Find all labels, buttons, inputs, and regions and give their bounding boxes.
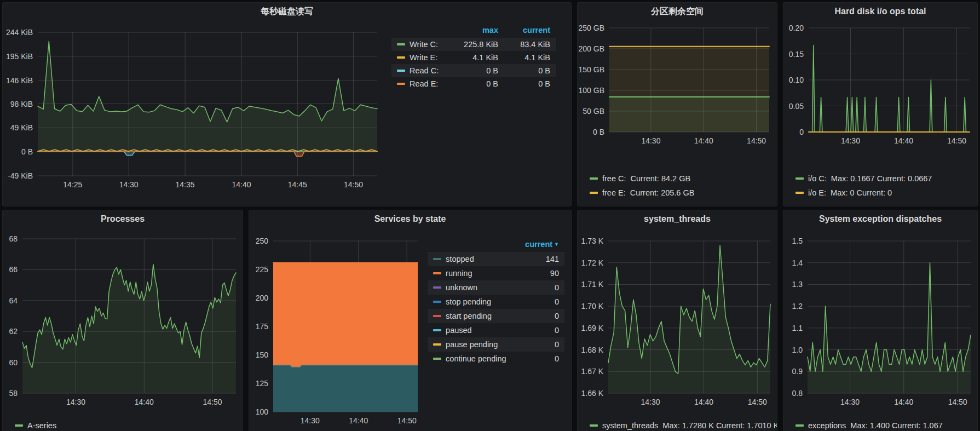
exceptions-chart[interactable]: 14:3014:4014:501.51.41.31.21.11.00.90.8 (783, 227, 977, 417)
legend-row[interactable]: unknown0 (428, 280, 564, 295)
legend-item[interactable]: free E:Current: 205.6 GB (590, 186, 777, 200)
legend-row[interactable]: paused0 (428, 323, 564, 337)
legend-value: 0 B (504, 77, 556, 90)
svg-text:0.05: 0.05 (789, 102, 804, 111)
series-swatch-icon (590, 192, 598, 194)
series-label: A-series (27, 421, 56, 430)
svg-text:14:30: 14:30 (119, 180, 139, 189)
legend-row[interactable]: start pending0 (428, 309, 564, 323)
panel-title[interactable]: Services by state (249, 210, 571, 227)
legend-row[interactable]: stop pending0 (428, 295, 564, 309)
svg-text:200: 200 (256, 294, 269, 302)
legend-item[interactable]: i/o C:Max: 0.1667 Current: 0.0667 (795, 171, 977, 186)
panel-body: 14:3014:4014:50250225200175150125100 cur… (249, 227, 571, 431)
svg-text:100: 100 (256, 407, 269, 416)
svg-text:14:35: 14:35 (176, 180, 195, 189)
panel-title[interactable]: 分区剩余空间 (578, 3, 777, 19)
exceptions-legend: exceptionsMax: 1.400 Current: 1.067 (795, 418, 977, 431)
svg-text:1.73 K: 1.73 K (581, 237, 604, 245)
sort-caret-icon: ▼ (554, 242, 559, 247)
series-label: unknown (446, 283, 477, 292)
legend-row[interactable]: Write E:4.1 KiB4.1 KiB (391, 51, 556, 64)
dashboard-row-bottom: Processes 14:3014:4014:50686664626058 A-… (2, 210, 978, 431)
disk-rw-chart[interactable]: 14:2514:3014:3514:4014:4514:50244 KiB195… (3, 19, 386, 201)
series-swatch-icon (433, 329, 441, 331)
legend-row[interactable]: pause pending0 (428, 337, 564, 352)
grafana-dashboard: 每秒磁盘读写 14:2514:3014:3514:4014:4514:50244… (0, 0, 980, 431)
legend-item[interactable]: system_threadsMax: 1.7280 K Current: 1.7… (590, 418, 777, 431)
svg-text:14:50: 14:50 (748, 398, 767, 406)
legend-row[interactable]: Read C:0 B0 B (391, 64, 556, 77)
svg-text:14:30: 14:30 (840, 398, 860, 406)
svg-text:125: 125 (256, 379, 269, 388)
series-label: system_threads (602, 421, 658, 430)
svg-text:14:50: 14:50 (948, 398, 967, 406)
svg-text:150 GB: 150 GB (579, 65, 604, 74)
legend-item[interactable]: exceptionsMax: 1.400 Current: 1.067 (795, 418, 977, 431)
panel-title[interactable]: Hard disk i/o ops total (783, 3, 977, 19)
series-swatch-icon (590, 424, 598, 427)
svg-text:250 GB: 250 GB (579, 24, 604, 32)
series-swatch-icon (433, 358, 441, 360)
series-line-exceptions (808, 263, 971, 372)
system-threads-chart[interactable]: 14:3014:4014:501.73 K1.72 K1.71 K1.70 K1… (578, 227, 777, 417)
svg-text:14:50: 14:50 (397, 416, 417, 425)
panel-title[interactable]: 每秒磁盘读写 (3, 3, 571, 19)
panel-title[interactable]: system_threads (578, 210, 777, 227)
legend-row[interactable]: Read E:0 B0 B (391, 77, 556, 90)
series-line-read_e (38, 152, 377, 156)
svg-text:1.3: 1.3 (792, 280, 803, 289)
legend-row[interactable]: running90 (428, 266, 564, 280)
legend-item[interactable]: free C:Current: 84.2 GB (590, 171, 777, 186)
svg-text:60: 60 (9, 358, 18, 367)
legend-value: 141 (520, 252, 564, 266)
svg-text:14:50: 14:50 (747, 136, 766, 145)
processes-chart[interactable]: 14:3014:4014:50686664626058 (3, 227, 243, 417)
panel-title[interactable]: Processes (3, 210, 243, 227)
svg-text:14:30: 14:30 (841, 136, 860, 145)
svg-text:49 KiB: 49 KiB (10, 123, 33, 132)
svg-text:1.2: 1.2 (792, 302, 803, 311)
legend-value: 0 (520, 295, 564, 309)
series-fill-read_c (38, 152, 377, 155)
partition-free-legend: free C:Current: 84.2 GBfree E:Current: 2… (590, 171, 777, 200)
series-label: exceptions (808, 421, 846, 430)
legend-value: 0 B (504, 64, 556, 77)
svg-text:1.0: 1.0 (792, 346, 803, 354)
legend-value: 225.8 KiB (452, 38, 504, 51)
series-fill-read_e (38, 152, 377, 156)
panel-processes: Processes 14:3014:4014:50686664626058 A-… (2, 210, 243, 431)
panel-services-by-state: Services by state 14:3014:4014:502502252… (249, 210, 572, 431)
series-stats: Current: 84.2 GB (631, 174, 691, 183)
series-swatch-icon (795, 424, 804, 427)
legend-value: 0 B (452, 64, 504, 77)
svg-text:1.72 K: 1.72 K (581, 258, 604, 267)
legend-row[interactable]: stopped141 (428, 252, 564, 266)
legend-item[interactable]: A-series (15, 418, 243, 431)
io-ops-chart[interactable]: 14:3014:4014:500.200.150.100.050 (783, 19, 977, 151)
series-stats: Current: 205.6 GB (630, 188, 695, 197)
series-label: i/o C: (808, 174, 827, 183)
legend-value: 0 (520, 352, 564, 366)
legend-row[interactable]: Write C:225.8 KiB83.4 KiB (391, 38, 556, 51)
svg-text:14:40: 14:40 (349, 416, 368, 425)
svg-text:14:50: 14:50 (947, 136, 966, 145)
series-label: Write C: (410, 40, 438, 49)
series-label: stopped (446, 255, 474, 263)
legend-column-current[interactable]: current▼ (520, 239, 564, 252)
svg-text:14:40: 14:40 (694, 136, 713, 145)
panel-partition-free: 分区剩余空间 14:3014:4014:50250 GB200 GB150 GB… (577, 2, 777, 206)
series-fill-system_threads (608, 245, 770, 393)
services-chart[interactable]: 14:3014:4014:50250225200175150125100 (249, 227, 422, 431)
legend-column-max[interactable]: max (452, 25, 504, 38)
svg-text:1.69 K: 1.69 K (581, 324, 604, 332)
legend-item[interactable]: i/o E:Max: 0 Current: 0 (795, 186, 977, 200)
partition-free-chart[interactable]: 14:3014:4014:50250 GB200 GB150 GB100 GB5… (578, 19, 777, 151)
panel-title[interactable]: System exception dispatches (783, 210, 977, 227)
svg-text:0.9: 0.9 (792, 367, 803, 376)
series-label: start pending (446, 312, 492, 320)
legend-column-current[interactable]: current (504, 25, 556, 38)
series-swatch-icon (433, 315, 441, 317)
series-stats: Max: 0.1667 Current: 0.0667 (831, 174, 932, 183)
legend-row[interactable]: continue pending0 (428, 352, 564, 366)
